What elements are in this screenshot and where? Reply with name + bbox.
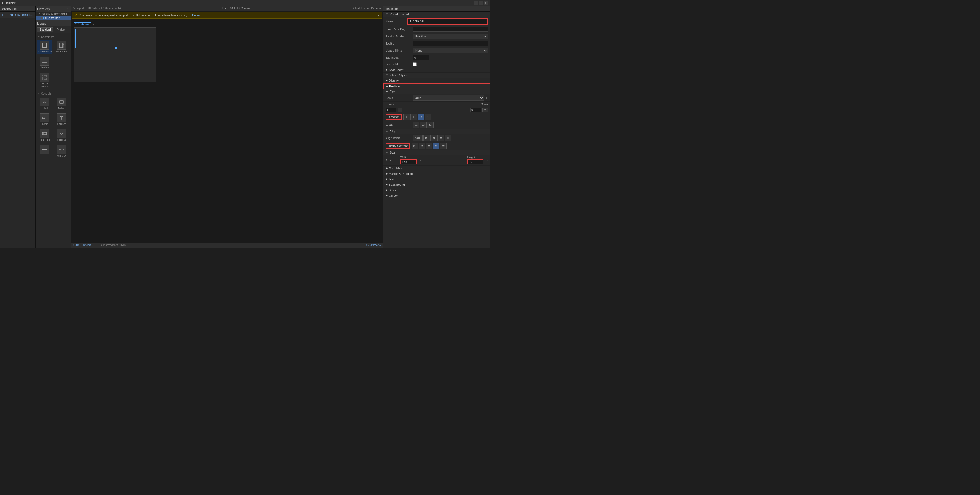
text-row[interactable]: ▶ Text <box>383 176 490 182</box>
hierarchy-dots-icon[interactable]: ⋮ <box>66 7 69 11</box>
canvas-container-label: #Container >· <box>74 22 380 26</box>
usage-hints-row: Usage Hints None <box>383 47 490 54</box>
tab-project[interactable]: Project <box>54 27 68 32</box>
lib-item-scroller2[interactable]: ↔ <box>37 144 52 159</box>
wrap-nowrap-button[interactable] <box>413 122 420 128</box>
jc-space-between-button[interactable] <box>433 143 439 149</box>
view-data-key-input[interactable] <box>413 27 488 32</box>
lib-item-scroller[interactable]: Scroller <box>54 112 70 127</box>
library-dots-icon[interactable]: ⋮ <box>66 22 69 25</box>
align-items-label: Align Items <box>385 136 413 140</box>
direction-row-button[interactable] <box>418 114 424 120</box>
svg-rect-7 <box>42 75 47 80</box>
usage-hints-select[interactable]: None <box>413 48 488 53</box>
jc-space-around-button[interactable] <box>440 143 447 149</box>
uxml-preview-label[interactable]: UXML Preview <box>73 244 91 247</box>
display-label: Display <box>389 79 399 82</box>
canvas-inner-element[interactable] <box>75 29 116 48</box>
height-unit: px <box>485 159 488 162</box>
flex-header-row[interactable]: ▼ Flex <box>383 89 490 94</box>
jc-flex-start-button[interactable] <box>412 143 418 149</box>
hierarchy-container-item[interactable]: #Container <box>35 16 71 20</box>
stylesheet-row[interactable]: ▶ StyleSheet <box>383 67 490 73</box>
shrink-minus-button[interactable]: − <box>398 108 402 112</box>
svg-rect-46 <box>443 145 444 146</box>
minimize-button[interactable]: _ <box>474 1 478 5</box>
maximize-button[interactable]: □ <box>479 1 483 5</box>
jc-center-button[interactable] <box>426 143 432 149</box>
preview-label[interactable]: Preview <box>371 7 381 10</box>
file-label[interactable]: File <box>222 7 227 10</box>
inlined-styles-row[interactable]: ▼ Inlined Styles <box>383 73 490 78</box>
align-items-center-button[interactable] <box>438 135 444 141</box>
background-row[interactable]: ▶ Background <box>383 182 490 187</box>
cursor-row[interactable]: ▶ Cursor <box>383 193 490 198</box>
hierarchy-section-header: Hierarchy ⋮ <box>35 6 71 12</box>
details-link[interactable]: Details <box>192 14 201 17</box>
visual-element-header[interactable]: ▼ VisualElement <box>383 12 490 17</box>
lib-item-button[interactable]: Button <box>54 96 70 111</box>
warning-close-button[interactable]: ✕ <box>377 14 380 17</box>
lib-item-foldout[interactable]: Foldout <box>54 128 70 143</box>
direction-row-reverse-button[interactable] <box>425 114 431 120</box>
close-button[interactable]: × <box>484 1 488 5</box>
align-header-row[interactable]: ▼ Align <box>383 129 490 134</box>
grow-plus-button[interactable]: ▼ <box>482 108 488 112</box>
text-tri: ▶ <box>385 177 388 181</box>
svg-rect-29 <box>440 138 442 138</box>
direction-column-reverse-button[interactable] <box>410 114 417 120</box>
lib-item-label[interactable]: A Label <box>37 96 52 111</box>
lib-item-toggle[interactable]: Toggle <box>37 112 52 127</box>
imgui-grid: IMGUI Container <box>37 71 70 90</box>
jc-flex-end-button[interactable] <box>418 143 425 149</box>
lib-item-min-max[interactable]: Min-Max <box>54 144 70 159</box>
tab-index-label: Tab Index <box>385 56 413 59</box>
align-items-flex-start-button[interactable] <box>423 135 430 141</box>
hierarchy-container-label: #Container <box>45 16 60 20</box>
add-selector-button[interactable]: + Add new selector... <box>6 13 33 17</box>
lib-item-imgui[interactable]: IMGUI Container <box>37 72 52 89</box>
lib-item-list-view[interactable]: ListView <box>37 56 52 70</box>
name-input[interactable] <box>407 18 488 25</box>
height-input[interactable] <box>467 159 484 165</box>
theme-label[interactable]: Default Theme <box>352 7 369 10</box>
zoom-label[interactable]: 100% <box>228 7 235 10</box>
margin-padding-row[interactable]: ▶ Margin & Padding <box>383 171 490 176</box>
wrap-wrap-button[interactable] <box>420 122 426 128</box>
shrink-input[interactable] <box>385 108 396 112</box>
focusable-checkbox[interactable] <box>413 62 417 66</box>
svg-rect-44 <box>436 145 437 146</box>
width-input[interactable] <box>400 159 417 165</box>
display-row[interactable]: ▶ Display <box>383 78 490 83</box>
hierarchy-file-label: <unsaved file>*.uxml <box>41 12 67 15</box>
align-items-auto-button[interactable]: AUTO <box>413 135 423 141</box>
min-max-row[interactable]: ▶ Min - Max <box>383 165 490 171</box>
position-label: Position <box>389 85 400 88</box>
tooltip-input[interactable] <box>413 41 488 46</box>
lib-item-text-field[interactable]: Text Field <box>37 128 52 143</box>
file-triangle-icon: ▶ <box>39 13 40 15</box>
fit-canvas-label[interactable]: Fit Canvas <box>237 7 250 10</box>
align-items-flex-end-button[interactable] <box>430 135 437 141</box>
wrap-reverse-button[interactable] <box>427 122 434 128</box>
align-items-stretch-button[interactable] <box>445 135 451 141</box>
tab-index-input[interactable] <box>413 55 429 60</box>
tab-standard[interactable]: Standard <box>37 27 53 32</box>
basis-select[interactable]: auto <box>413 95 484 100</box>
hierarchy-file-item[interactable]: ▶ <unsaved file>*.uxml <box>35 12 71 16</box>
uss-preview-label[interactable]: USS Preview <box>365 244 381 247</box>
direction-column-button[interactable] <box>403 114 410 120</box>
focusable-row: Focusable <box>383 61 490 67</box>
grow-input[interactable] <box>470 108 481 112</box>
picking-mode-select[interactable]: Position Ignore <box>413 33 488 39</box>
border-row[interactable]: ▶ Border <box>383 187 490 193</box>
position-row[interactable]: ▶ Position <box>383 83 490 89</box>
size-header-row[interactable]: ▼ Size <box>383 150 490 155</box>
width-label: Width <box>400 156 407 159</box>
viewport-header: Viewport · UI Builder 1.0.0-preview.14 F… <box>71 6 383 11</box>
resize-handle[interactable] <box>115 47 117 49</box>
lib-item-scroll-view[interactable]: ScrollView <box>54 40 70 54</box>
lib-item-visual-element[interactable]: VisualElement <box>37 40 52 54</box>
flex-label: Flex <box>390 90 395 93</box>
container-badge <box>41 17 44 19</box>
